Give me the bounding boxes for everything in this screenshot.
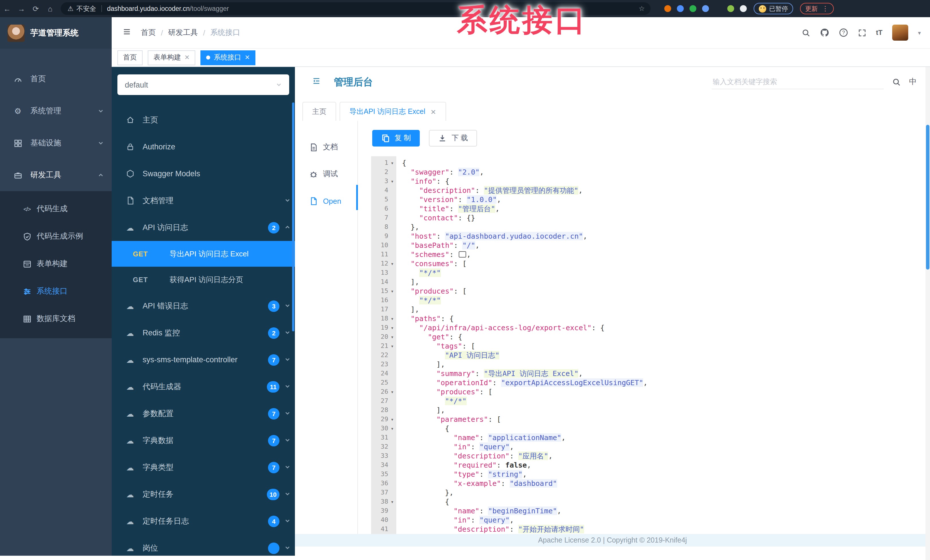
back-icon[interactable]: ←: [0, 4, 14, 13]
fold-toggle-icon[interactable]: ▾: [388, 158, 396, 168]
code-line: 20▾"get": {: [371, 333, 917, 342]
close-icon[interactable]: ✕: [185, 54, 189, 61]
fold-toggle-icon[interactable]: ▾: [388, 424, 396, 433]
fold-toggle-icon[interactable]: ▾: [388, 314, 396, 323]
avatar-caret-icon[interactable]: ▾: [918, 29, 921, 36]
content-tab[interactable]: 导出API 访问日志 Excel ✕: [340, 102, 446, 122]
api-group[interactable]: ☁岗位: [112, 534, 295, 556]
swagger-menu-item[interactable]: Authorize: [112, 133, 295, 160]
address-bar[interactable]: ⚠ 不安全 dashboard.yudao.iocoder.cn/tool/sw…: [61, 2, 651, 15]
api-group[interactable]: ☁Redis 监控 2: [112, 319, 295, 346]
sidebar-subitem[interactable]: 代码生成示例: [0, 222, 112, 250]
fold-toggle-icon[interactable]: ▾: [388, 497, 396, 506]
api-operation[interactable]: GET 获得API 访问日志分页: [112, 267, 295, 293]
fold-toggle-icon[interactable]: ▾: [388, 287, 396, 296]
line-number: 5: [371, 195, 388, 204]
doc-tab-open[interactable]: Open: [295, 193, 357, 209]
group-select[interactable]: default: [117, 74, 289, 95]
fold-toggle-icon[interactable]: ▾: [388, 415, 396, 424]
page-tab[interactable]: 表单构建 ✕: [148, 50, 195, 65]
security-chip[interactable]: ⚠ 不安全: [68, 4, 96, 13]
header-search-icon[interactable]: [801, 28, 810, 37]
swagger-scrollbar-thumb[interactable]: [292, 103, 294, 331]
swagger-menu-item[interactable]: 文档管理: [112, 187, 295, 214]
sidebar-subitem[interactable]: </>代码生成: [0, 195, 112, 222]
api-group[interactable]: ☁sys-sms-template-controller 7: [112, 346, 295, 373]
language-toggle[interactable]: 中: [909, 77, 917, 87]
home-icon[interactable]: ⌂: [43, 4, 57, 13]
fold-toggle-icon[interactable]: ▾: [388, 259, 396, 268]
content-tab[interactable]: 主页: [302, 102, 336, 121]
code-line: 33"description": "应用名",: [371, 451, 917, 461]
doc-search-icon[interactable]: [892, 78, 901, 86]
api-group[interactable]: ☁定时任务 10: [112, 481, 295, 508]
browser-toolbar: ← → ⟳ ⌂ ⚠ 不安全 dashboard.yudao.iocoder.cn…: [0, 0, 930, 17]
page-tab[interactable]: 系统接口 ✕: [200, 50, 256, 65]
hamburger-icon[interactable]: [123, 27, 131, 38]
copy-button[interactable]: 复 制: [372, 130, 420, 147]
api-group[interactable]: ☁参数配置 7: [112, 400, 295, 427]
forward-icon[interactable]: →: [14, 4, 29, 13]
swagger-menu-item[interactable]: Swagger Models: [112, 160, 295, 187]
api-group[interactable]: ☁字典数据 7: [112, 427, 295, 454]
fold-toggle-icon[interactable]: ▾: [388, 387, 396, 397]
api-operation[interactable]: GET 导出API 访问日志 Excel: [112, 241, 295, 267]
sidebar-item[interactable]: ⚙系统管理: [0, 95, 112, 127]
fold-toggle-icon[interactable]: ▾: [388, 342, 396, 351]
sidebar-item[interactable]: 研发工具: [0, 159, 112, 191]
extension-orange-icon[interactable]: [664, 5, 671, 12]
code-line: 12▾"consumes": [: [371, 259, 917, 268]
line-number: 38: [371, 497, 388, 506]
logo[interactable]: 芋道管理系统: [0, 17, 112, 49]
api-group[interactable]: ☁API 访问日志 2: [112, 214, 295, 241]
doc-icon: [309, 143, 318, 151]
code-editor[interactable]: 1▾{2"swagger": "2.0",3▾"info": {4"descri…: [371, 156, 917, 534]
fold-toggle-icon[interactable]: ▾: [388, 323, 396, 333]
collapse-menu-icon[interactable]: [312, 77, 321, 87]
update-label: 更新: [805, 4, 818, 13]
extension-grid-icon[interactable]: [702, 5, 709, 12]
api-group[interactable]: ☁代码生成器 11: [112, 373, 295, 400]
api-group[interactable]: ☁API 错误日志 3: [112, 293, 295, 319]
doc-search-input[interactable]: [711, 75, 883, 89]
fold-toggle-icon: [388, 305, 396, 314]
sidebar-subitem[interactable]: 系统接口: [0, 278, 112, 305]
github-icon[interactable]: [820, 28, 829, 37]
download-button[interactable]: 下 载: [429, 130, 477, 147]
collapsed-array[interactable]: [459, 251, 466, 258]
fold-toggle-icon[interactable]: ▾: [388, 333, 396, 342]
help-icon[interactable]: ?: [839, 28, 848, 37]
api-group[interactable]: ☁定时任务日志 4: [112, 508, 295, 534]
extension-green-ring-icon[interactable]: [690, 5, 696, 12]
extension-green-badge-icon[interactable]: [715, 5, 722, 12]
page-scrollbar-track[interactable]: [925, 67, 930, 560]
sidebar-item[interactable]: 首页: [0, 63, 112, 95]
fold-toggle-icon[interactable]: ▾: [388, 177, 396, 186]
doc-tab-文档[interactable]: 文档: [295, 139, 357, 155]
sidebar-subitem[interactable]: 数据库文档: [0, 305, 112, 333]
chevron-down-icon: [285, 409, 290, 418]
page-tab[interactable]: 首页: [117, 50, 143, 65]
extension-ghost-icon[interactable]: [740, 5, 747, 12]
sidebar-subitem[interactable]: 表单构建: [0, 250, 112, 278]
extension-leaf-icon[interactable]: [727, 5, 734, 12]
user-avatar[interactable]: [892, 25, 908, 41]
font-size-icon[interactable]: tT: [876, 29, 882, 37]
breadcrumb-item[interactable]: 研发工具: [168, 28, 198, 38]
extension-location-icon[interactable]: [677, 5, 684, 12]
swagger-menu-item[interactable]: 主页: [112, 106, 295, 133]
fullscreen-icon[interactable]: [858, 28, 866, 37]
paused-pill[interactable]: 已暂停: [754, 3, 793, 14]
doc-tab-调试[interactable]: 调试: [295, 166, 357, 182]
update-pill[interactable]: 更新 ⋮: [800, 3, 834, 14]
close-icon[interactable]: ✕: [245, 54, 250, 61]
api-group[interactable]: ☁字典类型 7: [112, 454, 295, 481]
breadcrumb-item[interactable]: 首页: [141, 28, 156, 38]
page-scrollbar-thumb[interactable]: [926, 125, 929, 270]
browser-menu-icon[interactable]: ⋮: [822, 5, 828, 12]
close-icon[interactable]: ✕: [430, 108, 436, 116]
fold-toggle-icon: [388, 397, 396, 406]
bookmark-star-icon[interactable]: ☆: [639, 5, 645, 12]
reload-icon[interactable]: ⟳: [29, 4, 43, 13]
sidebar-item[interactable]: 基础设施: [0, 127, 112, 159]
